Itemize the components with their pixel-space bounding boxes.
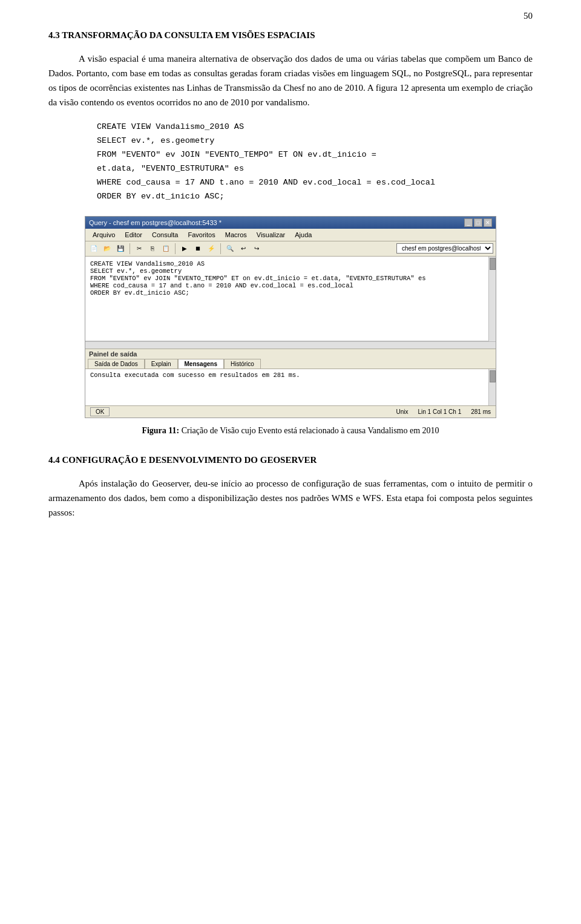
ok-button[interactable]: OK bbox=[90, 407, 110, 416]
menu-bar: Arquivo Editor Consulta Favoritos Macros… bbox=[85, 229, 496, 241]
figure-caption-text: Criação de Visão cujo Evento está relaci… bbox=[182, 426, 439, 435]
panel-message: Consulta executada com sucesso em result… bbox=[85, 369, 496, 405]
panel-scrollbar[interactable] bbox=[488, 369, 496, 405]
editor-line-1: CREATE VIEW Vandalismo_2010 AS bbox=[90, 260, 491, 267]
page-number: 50 bbox=[524, 11, 533, 21]
statusbar-time: 281 ms bbox=[471, 408, 491, 415]
menu-macros[interactable]: Macros bbox=[220, 230, 252, 240]
statusbar-right: Unix Lin 1 Col 1 Ch 1 281 ms bbox=[396, 408, 491, 415]
figure-caption-bold: Figura 11: bbox=[142, 426, 179, 435]
panel-title: Painel de saída bbox=[85, 349, 496, 359]
statusbar-position: Lin 1 Col 1 Ch 1 bbox=[418, 408, 461, 415]
code-line-1: CREATE VIEW Vandalismo_2010 AS bbox=[97, 120, 533, 134]
toolbar-btn-4[interactable]: ✂ bbox=[133, 243, 145, 255]
section-4-3-heading: 4.3 TRANSFORMAÇÃO DA CONSULTA EM VISÕES … bbox=[48, 30, 533, 41]
toolbar-btn-stop[interactable]: ⏹ bbox=[192, 243, 204, 255]
toolbar-btn-explain[interactable]: ⚡ bbox=[205, 243, 217, 255]
toolbar-btn-7[interactable]: 🔍 bbox=[224, 243, 236, 255]
tab-saida-dados[interactable]: Saída de Dados bbox=[88, 359, 145, 369]
menu-ajuda[interactable]: Ajuda bbox=[290, 230, 317, 240]
editor-scrollbar[interactable] bbox=[488, 257, 496, 341]
panel-scrollbar-thumb[interactable] bbox=[490, 370, 496, 382]
editor-line-5: ORDER BY ev.dt_inicio ASC; bbox=[90, 289, 491, 297]
toolbar-btn-5[interactable]: ⎘ bbox=[146, 243, 159, 255]
editor-line-3: FROM "EVENTO" ev JOIN "EVENTO_TEMPO" ET … bbox=[90, 275, 491, 282]
menu-consulta[interactable]: Consulta bbox=[147, 230, 183, 240]
toolbar-btn-3[interactable]: 💾 bbox=[114, 243, 126, 255]
scrollbar-thumb[interactable] bbox=[490, 258, 496, 270]
editor-line-2: SELECT ev.*, es.geometry bbox=[90, 267, 491, 275]
minimize-button[interactable]: _ bbox=[464, 218, 473, 227]
code-block: CREATE VIEW Vandalismo_2010 AS SELECT ev… bbox=[97, 120, 533, 204]
editor-wrap: CREATE VIEW Vandalismo_2010 AS SELECT ev… bbox=[85, 257, 496, 341]
connection-dropdown[interactable]: chesf em postgres@localhost:5433 bbox=[396, 243, 493, 254]
window-controls: _ □ ✕ bbox=[464, 218, 492, 227]
menu-arquivo[interactable]: Arquivo bbox=[88, 230, 120, 240]
menu-visualizar[interactable]: Visualizar bbox=[252, 230, 290, 240]
toolbar-btn-2[interactable]: 📂 bbox=[101, 243, 113, 255]
tab-mensagens[interactable]: Mensagens bbox=[178, 359, 224, 369]
section-4-4-paragraph: Após instalação do Geoserver, deu-se iní… bbox=[48, 476, 533, 520]
toolbar-btn-9[interactable]: ↪ bbox=[251, 243, 263, 255]
horizontal-scrollbar[interactable] bbox=[85, 341, 496, 349]
panel-tabs: Saída de Dados Explain Mensagens Históri… bbox=[85, 359, 496, 369]
code-line-6: ORDER BY ev.dt_inicio ASC; bbox=[97, 190, 533, 204]
close-button[interactable]: ✕ bbox=[484, 218, 492, 227]
section-4-3-paragraph: A visão espacial é uma maneira alternati… bbox=[48, 51, 533, 110]
toolbar-btn-8[interactable]: ↩ bbox=[237, 243, 249, 255]
toolbar-sep-1 bbox=[130, 243, 130, 254]
statusbar-unix: Unix bbox=[396, 408, 408, 415]
section-4-4-heading: 4.4 CONFIGURAÇÃO E DESENVOLVIMENTO DO GE… bbox=[48, 455, 533, 465]
panel-content-wrap: Consulta executada com sucesso em result… bbox=[85, 369, 496, 405]
toolbar-btn-6[interactable]: 📋 bbox=[160, 243, 172, 255]
maximize-button[interactable]: □ bbox=[474, 218, 482, 227]
toolbar-sep-3 bbox=[220, 243, 221, 254]
toolbar-btn-1[interactable]: 📄 bbox=[88, 243, 100, 255]
toolbar-sep-2 bbox=[175, 243, 176, 254]
code-line-2: SELECT ev.*, es.geometry bbox=[97, 134, 533, 148]
editor-area[interactable]: CREATE VIEW Vandalismo_2010 AS SELECT ev… bbox=[85, 257, 496, 341]
status-bar: OK Unix Lin 1 Col 1 Ch 1 281 ms bbox=[85, 405, 496, 418]
panel-message-text: Consulta executada com sucesso em result… bbox=[90, 372, 491, 379]
code-line-5: WHERE cod_causa = 17 AND t.ano = 2010 AN… bbox=[97, 176, 533, 190]
screenshot-window: Query - chesf em postgres@localhost:5433… bbox=[85, 216, 496, 418]
toolbar-btn-run[interactable]: ▶ bbox=[179, 243, 191, 255]
window-title: Query - chesf em postgres@localhost:5433… bbox=[89, 219, 222, 226]
figure-caption: Figura 11: Criação de Visão cujo Evento … bbox=[48, 424, 533, 437]
menu-favoritos[interactable]: Favoritos bbox=[183, 230, 220, 240]
code-line-4: et.data, "EVENTO_ESTRUTURA" es bbox=[97, 162, 533, 176]
sql-editor[interactable]: CREATE VIEW Vandalismo_2010 AS SELECT ev… bbox=[85, 257, 496, 341]
panel-content-main: Consulta executada com sucesso em result… bbox=[85, 369, 496, 405]
toolbar: 📄 📂 💾 ✂ ⎘ 📋 ▶ ⏹ ⚡ 🔍 ↩ ↪ chesf em postgre… bbox=[85, 241, 496, 257]
tab-explain[interactable]: Explain bbox=[145, 359, 178, 369]
code-line-3: FROM "EVENTO" ev JOIN "EVENTO_TEMPO" ET … bbox=[97, 148, 533, 162]
statusbar-left: OK bbox=[90, 407, 110, 416]
tab-historico[interactable]: Histórico bbox=[224, 359, 261, 369]
menu-editor[interactable]: Editor bbox=[120, 230, 147, 240]
bottom-panel: Painel de saída Saída de Dados Explain M… bbox=[85, 349, 496, 405]
window-titlebar: Query - chesf em postgres@localhost:5433… bbox=[85, 217, 496, 229]
toolbar-right: chesf em postgres@localhost:5433 bbox=[396, 243, 493, 254]
editor-line-4: WHERE cod_causa = 17 and t.ano = 2010 AN… bbox=[90, 282, 491, 289]
